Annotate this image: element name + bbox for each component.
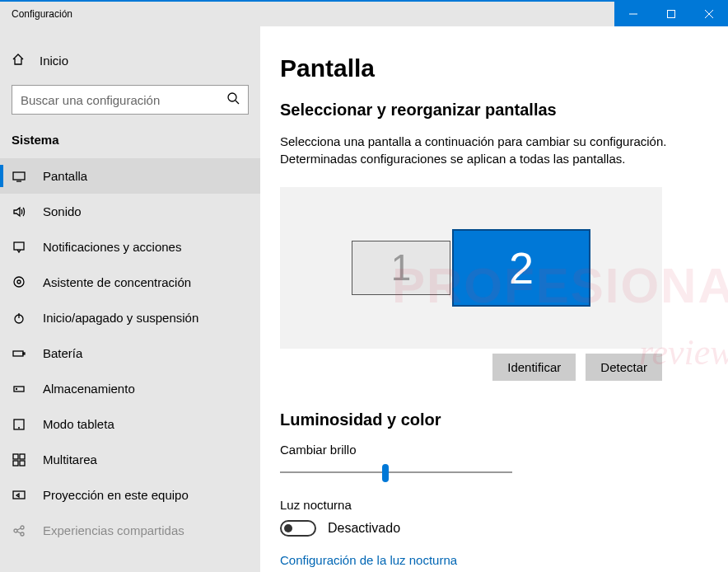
svg-rect-12 <box>13 351 23 356</box>
sidebar-item-inicio-apagado[interactable]: Inicio/apagado y suspensión <box>0 300 260 335</box>
sidebar-item-bateria[interactable]: Batería <box>0 335 260 371</box>
project-icon <box>12 489 26 502</box>
battery-icon <box>12 347 26 360</box>
sidebar-item-label: Batería <box>43 346 82 360</box>
svg-rect-19 <box>20 454 25 459</box>
svg-point-15 <box>16 388 17 389</box>
slider-thumb[interactable] <box>382 464 389 482</box>
brightness-label: Cambiar brillo <box>280 443 708 457</box>
monitor-2[interactable]: 2 <box>452 229 590 307</box>
display-icon <box>12 170 26 183</box>
sidebar-item-label: Notificaciones y acciones <box>43 240 181 254</box>
arrange-heading: Seleccionar y reorganizar pantallas <box>280 101 708 120</box>
svg-rect-21 <box>20 461 25 466</box>
sidebar-item-pantalla[interactable]: Pantalla <box>0 158 260 194</box>
sidebar-item-asistente-concentracion[interactable]: Asistente de concentración <box>0 265 260 300</box>
monitor-1[interactable]: 1 <box>352 241 450 295</box>
home-icon <box>12 53 25 68</box>
brightness-heading: Luminosidad y color <box>280 410 708 429</box>
svg-point-24 <box>21 526 24 529</box>
svg-point-23 <box>14 529 17 532</box>
arrange-description: Selecciona una pantalla a continuación p… <box>280 133 675 167</box>
svg-line-5 <box>236 101 239 104</box>
maximize-button[interactable] <box>652 2 690 26</box>
sidebar-item-label: Proyección en este equipo <box>43 488 189 502</box>
display-arrangement[interactable]: 1 2 <box>280 187 662 349</box>
multitask-icon <box>12 453 26 467</box>
search-icon <box>226 91 240 108</box>
svg-point-25 <box>21 532 24 536</box>
shared-icon <box>12 524 26 537</box>
sidebar-item-label: Sonido <box>43 204 82 218</box>
storage-icon <box>12 382 26 396</box>
search-box[interactable] <box>12 85 249 115</box>
night-light-settings-link[interactable]: Configuración de la luz nocturna <box>280 553 708 567</box>
svg-rect-8 <box>14 242 24 250</box>
svg-rect-1 <box>668 11 675 18</box>
svg-line-27 <box>17 532 21 533</box>
sidebar-item-label: Modo tableta <box>43 417 114 431</box>
minimize-button[interactable] <box>614 2 652 26</box>
svg-point-4 <box>228 93 236 101</box>
main-panel: PROFESIONAL review Pantalla Seleccionar … <box>260 26 728 572</box>
search-input[interactable] <box>21 93 226 107</box>
svg-rect-6 <box>13 172 25 180</box>
sidebar: Inicio Sistema Pantalla Sonido Notificac… <box>0 26 260 572</box>
sidebar-item-proyeccion[interactable]: Proyección en este equipo <box>0 477 260 513</box>
detect-button[interactable]: Detectar <box>586 354 662 381</box>
window-controls <box>614 2 728 26</box>
power-icon <box>12 312 26 325</box>
svg-point-9 <box>17 280 21 284</box>
sidebar-item-experiencias[interactable]: Experiencias compartidas <box>0 513 260 548</box>
sidebar-item-label: Multitarea <box>43 452 97 467</box>
sidebar-item-label: Asistente de concentración <box>43 275 191 289</box>
identify-button[interactable]: Identificar <box>492 354 576 381</box>
svg-line-26 <box>17 528 21 530</box>
page-title: Pantalla <box>280 54 708 82</box>
window-title: Configuración <box>0 8 614 20</box>
sidebar-item-label: Experiencias compartidas <box>43 523 184 537</box>
sidebar-item-label: Almacenamiento <box>43 382 135 396</box>
svg-rect-20 <box>13 461 18 466</box>
display-buttons: Identificar Detectar <box>280 354 662 381</box>
sidebar-item-label: Inicio/apagado y suspensión <box>43 311 198 325</box>
sidebar-home-label: Inicio <box>40 54 68 68</box>
night-light-toggle[interactable] <box>280 520 316 537</box>
close-button[interactable] <box>690 2 728 26</box>
sidebar-item-label: Pantalla <box>43 169 87 183</box>
svg-rect-13 <box>23 353 25 354</box>
title-bar: Configuración <box>0 0 728 26</box>
notifications-icon <box>12 241 26 254</box>
night-light-label: Luz nocturna <box>280 498 708 512</box>
sidebar-section-label: Sistema <box>0 129 260 158</box>
sound-icon <box>12 205 26 218</box>
sidebar-item-multitarea[interactable]: Multitarea <box>0 442 260 477</box>
sidebar-item-notificaciones[interactable]: Notificaciones y acciones <box>0 229 260 265</box>
sidebar-nav: Pantalla Sonido Notificaciones y accione… <box>0 158 260 548</box>
tablet-icon <box>12 418 26 431</box>
focus-assist-icon <box>12 276 26 289</box>
night-light-state: Desactivado <box>328 521 400 536</box>
brightness-slider[interactable] <box>280 471 512 473</box>
sidebar-home[interactable]: Inicio <box>0 45 260 77</box>
sidebar-item-sonido[interactable]: Sonido <box>0 194 260 229</box>
sidebar-item-almacenamiento[interactable]: Almacenamiento <box>0 371 260 406</box>
svg-rect-18 <box>13 454 18 459</box>
svg-rect-14 <box>14 387 24 391</box>
sidebar-item-modo-tableta[interactable]: Modo tableta <box>0 406 260 442</box>
